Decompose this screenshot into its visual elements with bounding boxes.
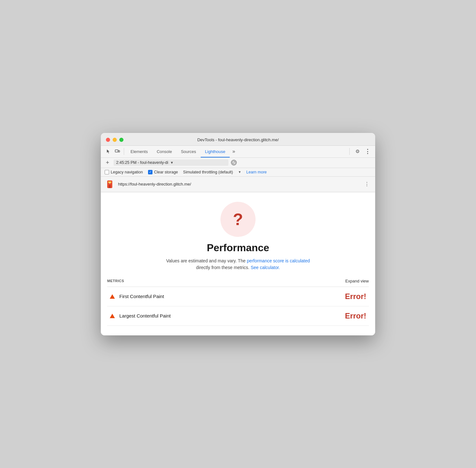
metrics-section: METRICS Expand view First Contentful Pai… xyxy=(107,279,369,326)
metric-fcp-name: First Contentful Paint xyxy=(119,294,345,299)
clear-storage-label: Clear storage xyxy=(154,170,178,174)
url-bar-row: + 2:45:25 PM - foul-heavenly-di ▼ xyxy=(101,158,375,168)
learn-more-link[interactable]: Learn more xyxy=(246,170,267,174)
browser-window: DevTools - foul-heavenly-direction.glitc… xyxy=(101,133,375,335)
tab-console[interactable]: Console xyxy=(152,145,176,157)
minimize-button[interactable] xyxy=(113,138,117,142)
score-circle: ? xyxy=(220,202,256,237)
expand-view-button[interactable]: Expand view xyxy=(345,279,369,283)
tab-lighthouse[interactable]: Lighthouse xyxy=(201,145,230,157)
lh-more-options-button[interactable]: ⋮ xyxy=(362,180,371,189)
window-title: DevTools - foul-heavenly-direction.glitc… xyxy=(197,137,279,142)
metric-fcp-value: Error! xyxy=(345,292,366,301)
add-recording-button[interactable]: + xyxy=(104,159,111,166)
score-value: ? xyxy=(233,211,243,228)
cursor-icon[interactable] xyxy=(104,147,113,156)
tab-separator xyxy=(124,148,124,155)
lh-header-row: https://foul-heavenly-direction.glitch.m… xyxy=(101,177,375,192)
url-text: 2:45:25 PM - foul-heavenly-di xyxy=(116,160,168,165)
clear-storage-checkbox[interactable]: ✓ xyxy=(148,170,152,174)
traffic-lights xyxy=(106,138,123,142)
svg-rect-0 xyxy=(115,150,118,152)
right-separator xyxy=(349,148,350,155)
table-row: First Contentful Paint Error! xyxy=(107,287,369,306)
lighthouse-logo xyxy=(105,179,115,189)
devtools-tabs: Elements Console Sources Lighthouse » ⚙ … xyxy=(101,146,375,158)
svg-rect-7 xyxy=(109,185,111,188)
calculator-link[interactable]: See calculator. xyxy=(251,265,280,270)
device-toggle-icon[interactable] xyxy=(113,147,122,156)
tab-elements[interactable]: Elements xyxy=(126,145,152,157)
table-row: Largest Contentful Paint Error! xyxy=(107,306,369,326)
svg-line-3 xyxy=(233,161,235,164)
perf-score-link[interactable]: performance score is calculated xyxy=(247,258,310,263)
maximize-button[interactable] xyxy=(119,138,123,142)
clear-storage-checkbox-item[interactable]: ✓ Clear storage xyxy=(148,170,178,174)
legacy-nav-checkbox[interactable] xyxy=(105,170,109,174)
legacy-nav-label: Legacy navigation xyxy=(111,170,143,174)
options-bar: Legacy navigation ✓ Clear storage Simula… xyxy=(101,168,375,177)
warning-triangle-icon xyxy=(110,314,115,318)
metric-lcp-name: Largest Contentful Paint xyxy=(119,313,345,318)
more-options-icon[interactable]: ⋮ xyxy=(363,147,372,156)
url-dropdown-icon: ▼ xyxy=(170,161,174,165)
metric-lcp-value: Error! xyxy=(345,311,366,320)
performance-title: Performance xyxy=(207,242,269,254)
legacy-nav-checkbox-item[interactable]: Legacy navigation xyxy=(105,170,143,174)
close-button[interactable] xyxy=(106,138,110,142)
tabs-right-actions: ⚙ ⋮ xyxy=(347,147,372,156)
svg-point-8 xyxy=(109,182,110,184)
settings-icon[interactable]: ⚙ xyxy=(353,147,362,156)
performance-description: Values are estimated and may vary. The p… xyxy=(166,258,310,271)
main-content: ? Performance Values are estimated and m… xyxy=(101,192,375,335)
throttling-dropdown-icon[interactable]: ▼ xyxy=(238,170,241,174)
metrics-label: METRICS xyxy=(107,279,124,283)
tab-sources[interactable]: Sources xyxy=(176,145,201,157)
throttling-label: Simulated throttling (default) xyxy=(183,170,233,174)
tab-more-button[interactable]: » xyxy=(230,145,238,157)
warning-triangle-icon xyxy=(110,294,115,299)
block-icon[interactable] xyxy=(231,160,237,165)
metrics-header: METRICS Expand view xyxy=(107,279,369,287)
lh-url: https://foul-heavenly-direction.glitch.m… xyxy=(118,182,359,186)
title-bar: DevTools - foul-heavenly-direction.glitc… xyxy=(101,133,375,146)
url-input[interactable]: 2:45:25 PM - foul-heavenly-di ▼ xyxy=(114,159,228,166)
svg-rect-1 xyxy=(118,150,120,152)
score-section: ? Performance Values are estimated and m… xyxy=(107,202,369,271)
